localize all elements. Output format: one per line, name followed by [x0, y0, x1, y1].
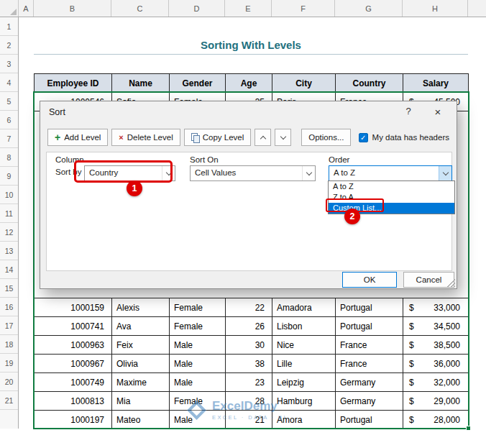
column-header-cell[interactable]: City: [272, 74, 336, 93]
cancel-button[interactable]: Cancel: [403, 272, 454, 288]
cell-country[interactable]: Portugal: [336, 411, 403, 429]
cell-name[interactable]: Feix: [112, 336, 170, 355]
sort-by-dropdown[interactable]: Country: [84, 165, 175, 181]
cell-salary[interactable]: $ 28,000: [403, 411, 469, 429]
cell-salary[interactable]: $ 33,000: [403, 298, 469, 317]
column-letter[interactable]: D: [169, 0, 225, 17]
row-number[interactable]: 11: [0, 204, 18, 223]
row-number[interactable]: 1: [0, 17, 18, 36]
cell-name[interactable]: Alexis: [112, 298, 170, 317]
row-number[interactable]: 19: [0, 354, 18, 372]
cell-city[interactable]: Lille: [272, 355, 336, 373]
cell-gender[interactable]: Male: [170, 411, 226, 429]
cell-age[interactable]: 26: [226, 317, 272, 336]
cell-gender[interactable]: Female: [170, 317, 226, 336]
move-down-button[interactable]: [275, 129, 291, 146]
cell-age[interactable]: 23: [226, 373, 272, 392]
sort-on-dropdown[interactable]: Cell Values: [190, 165, 316, 181]
column-letter[interactable]: G: [335, 0, 403, 17]
row-number[interactable]: 13: [0, 242, 18, 260]
row-number[interactable]: 14: [0, 260, 18, 279]
cell-employee-id[interactable]: 1000159: [35, 298, 112, 317]
cell-city[interactable]: Hamburg: [272, 392, 336, 411]
column-letter[interactable]: A: [19, 0, 34, 17]
sheet-title-cell[interactable]: Sorting With Levels: [34, 36, 468, 55]
cell-country[interactable]: Portugal: [336, 298, 403, 317]
add-level-button[interactable]: + Add Level: [47, 129, 108, 146]
cell-salary[interactable]: $ 38,500: [403, 336, 469, 355]
row-number[interactable]: 8: [0, 148, 18, 167]
move-up-button[interactable]: [255, 129, 271, 146]
row-number[interactable]: 20: [0, 372, 18, 391]
cell-name[interactable]: Maxime: [112, 373, 170, 392]
column-letter[interactable]: H: [403, 0, 468, 17]
row-number[interactable]: 10: [0, 186, 18, 204]
cell-city[interactable]: Nice: [272, 336, 336, 355]
cell-city[interactable]: Amora: [272, 411, 336, 429]
cell-age[interactable]: 30: [226, 336, 272, 355]
delete-level-button[interactable]: × Delete Level: [111, 129, 180, 146]
cell-age[interactable]: 21: [226, 411, 272, 429]
column-letter[interactable]: C: [111, 0, 169, 17]
column-header-cell[interactable]: Age: [226, 74, 272, 93]
order-dropdown[interactable]: A to Z: [329, 165, 452, 181]
row-number[interactable]: 16: [0, 298, 18, 316]
cell-salary[interactable]: $ 36,000: [403, 355, 469, 373]
cell-name[interactable]: Olivia: [112, 355, 170, 373]
row-number[interactable]: 3: [0, 55, 18, 73]
options-button[interactable]: Options...: [301, 129, 351, 146]
close-icon[interactable]: ×: [426, 104, 449, 120]
select-all-corner[interactable]: [0, 0, 19, 17]
cell-salary[interactable]: $ 29,000: [403, 392, 469, 411]
cell-city[interactable]: Leipzig: [272, 373, 336, 392]
cell-city[interactable]: Amadora: [272, 298, 336, 317]
cell-age[interactable]: 38: [226, 355, 272, 373]
column-letter[interactable]: E: [225, 0, 272, 17]
cell-country[interactable]: France: [336, 336, 403, 355]
cell-salary[interactable]: $ 32,000: [403, 373, 469, 392]
row-number[interactable]: 4: [0, 73, 18, 92]
row-number[interactable]: 6: [0, 111, 18, 129]
cell-gender[interactable]: Female: [170, 298, 226, 317]
cell-age[interactable]: 22: [226, 298, 272, 317]
cell-gender[interactable]: Male: [170, 355, 226, 373]
cell-name[interactable]: Ava: [112, 317, 170, 336]
column-letter[interactable]: B: [34, 0, 111, 17]
column-header-cell[interactable]: Employee ID: [35, 74, 112, 93]
cell-employee-id[interactable]: 1000741: [35, 317, 112, 336]
cell-city[interactable]: Lisbon: [272, 317, 336, 336]
chevron-down-icon[interactable]: [162, 166, 175, 180]
cell-employee-id[interactable]: 1000197: [35, 411, 112, 429]
cell-country[interactable]: France: [336, 355, 403, 373]
cell-gender[interactable]: Female: [170, 392, 226, 411]
row-number[interactable]: 7: [0, 129, 18, 148]
cell-gender[interactable]: Male: [170, 336, 226, 355]
row-number[interactable]: 18: [0, 335, 18, 354]
cell-country[interactable]: Portugal: [336, 317, 403, 336]
my-data-has-headers-checkbox[interactable]: ✓ My data has headers: [359, 133, 449, 142]
cell-age[interactable]: 28: [226, 392, 272, 411]
row-number[interactable]: 15: [0, 279, 18, 298]
cell-employee-id[interactable]: 1000967: [35, 355, 112, 373]
row-number[interactable]: 21: [0, 391, 18, 410]
chevron-down-icon[interactable]: [439, 166, 451, 180]
row-number[interactable]: 9: [0, 167, 18, 186]
order-option-a-to-z[interactable]: A to Z: [329, 181, 454, 192]
ok-button[interactable]: OK: [342, 272, 397, 288]
column-header-cell[interactable]: Gender: [170, 74, 226, 93]
cell-employee-id[interactable]: 1000813: [35, 392, 112, 411]
column-header-cell[interactable]: Name: [112, 74, 170, 93]
column-letter[interactable]: F: [272, 0, 335, 17]
row-number[interactable]: 12: [0, 223, 18, 242]
row-number[interactable]: 17: [0, 316, 18, 335]
cell-country[interactable]: Germany: [336, 392, 403, 411]
column-header-cell[interactable]: Country: [336, 74, 403, 93]
cell-country[interactable]: Germany: [336, 373, 403, 392]
cell-name[interactable]: Mia: [112, 392, 170, 411]
copy-level-button[interactable]: Copy Level: [184, 129, 252, 146]
chevron-down-icon[interactable]: [302, 166, 315, 180]
cell-name[interactable]: Mateo: [112, 411, 170, 429]
cell-gender[interactable]: Male: [170, 373, 226, 392]
help-icon[interactable]: ?: [400, 106, 416, 120]
cell-employee-id[interactable]: 1000749: [35, 373, 112, 392]
